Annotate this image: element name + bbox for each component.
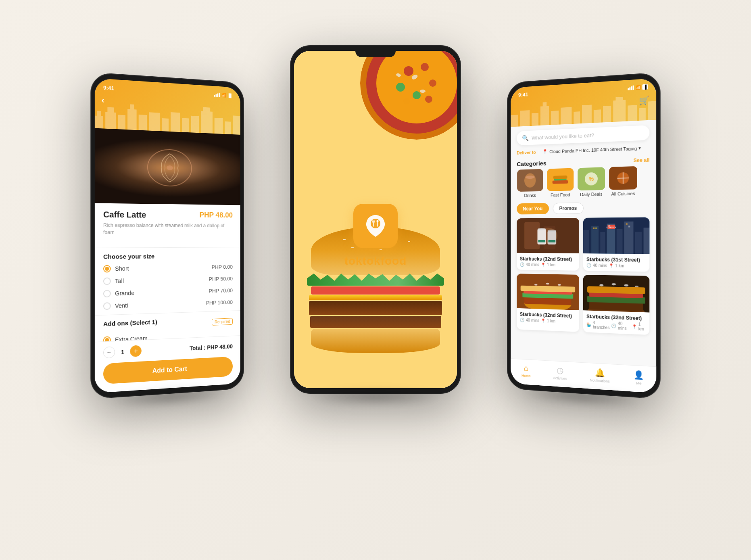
- restaurant-image-2: LOUIS CK: [583, 217, 649, 254]
- restaurant-bg-3: [517, 274, 579, 310]
- category-all-cuisines[interactable]: All Cuisines: [609, 166, 638, 196]
- logo-container: toktokfood: [344, 204, 407, 267]
- restaurant-bg-4: [583, 275, 649, 312]
- search-icon: 🔍: [522, 135, 528, 141]
- size-name-tall: Tall: [115, 278, 124, 284]
- location-icon-1: 📍: [541, 263, 545, 267]
- product-image: [95, 128, 240, 205]
- right-time: 9:41: [518, 91, 528, 98]
- svg-rect-7: [139, 115, 147, 130]
- svg-point-30: [396, 73, 401, 77]
- size-option-venti[interactable]: Venti PHP 100.00: [103, 299, 233, 310]
- svg-rect-17: [233, 115, 240, 135]
- svg-rect-14: [203, 107, 210, 113]
- nav-activities[interactable]: ◷ Activities: [553, 365, 567, 381]
- left-header-bg: 9:41 📶 ▐▌ ‹: [95, 78, 240, 135]
- notifications-icon: 🔔: [595, 368, 605, 378]
- svg-rect-15: [215, 118, 223, 134]
- drinks-icon: [517, 169, 543, 192]
- tomato-layer: [311, 286, 440, 295]
- quantity-decrease-button[interactable]: −: [103, 346, 115, 358]
- size-option-tall[interactable]: Tall PHP 50.00: [103, 275, 233, 285]
- category-daily-deals[interactable]: % Daily Deals: [577, 167, 605, 197]
- restaurant-name-2: Starbucks (31st Street): [586, 257, 646, 263]
- cart-icon[interactable]: 🛒: [639, 95, 649, 106]
- left-status-bar: 9:41 📶 ▐▌: [95, 81, 240, 101]
- delivery-address: 📍 Cloud Panda PH Inc. 10F 40th Street Ta…: [542, 145, 641, 154]
- product-description: Rich espresso balance with steamed milk …: [103, 222, 233, 236]
- fastfood-label: Fast Food: [551, 192, 570, 198]
- restaurant-card-3[interactable]: Starbucks (32nd Street) 🕐 40 mins 📍 1 km: [517, 274, 579, 332]
- signal-bars: [214, 92, 220, 97]
- product-info: Caffe Latte PHP 48.00 Rich espresso bala…: [95, 203, 240, 242]
- svg-rect-6: [130, 104, 134, 110]
- nav-me[interactable]: 👤 Me: [634, 370, 644, 385]
- svg-rect-41: [543, 102, 547, 107]
- filter-promos[interactable]: Promos: [553, 203, 584, 214]
- radio-grande[interactable]: [103, 290, 111, 297]
- nav-home[interactable]: ⌂ Home: [522, 364, 531, 378]
- size-price-tall: PHP 50.00: [209, 276, 233, 282]
- divider-2: [95, 310, 240, 316]
- restaurant-time-4: 40 mins: [618, 321, 630, 331]
- right-wifi-icon: 📶: [636, 85, 640, 90]
- back-button[interactable]: ‹: [102, 95, 104, 105]
- svg-rect-85: [635, 232, 642, 254]
- category-fastfood[interactable]: Fast Food: [547, 168, 574, 198]
- patty-layer: [309, 301, 442, 315]
- svg-point-36: [376, 220, 378, 222]
- size-name-grande: Grande: [115, 290, 134, 297]
- radio-short[interactable]: [103, 265, 111, 272]
- size-name-short: Short: [115, 265, 129, 272]
- home-icon: ⌂: [524, 364, 528, 373]
- pizza-crust: [360, 51, 457, 140]
- drinks-label: Drinks: [524, 193, 536, 198]
- svg-rect-1: [97, 111, 101, 116]
- size-price-venti: PHP 100.00: [206, 299, 233, 306]
- coffee-background: [95, 128, 240, 205]
- restaurant-meta-1: 🕐 40 mins 📍 1 km: [520, 262, 576, 267]
- svg-rect-11: [182, 118, 190, 133]
- size-left-short: Short: [103, 265, 129, 272]
- svg-rect-92: [626, 223, 628, 225]
- cuisines-image: [609, 166, 637, 190]
- restaurant-image-1: [517, 218, 579, 253]
- svg-rect-44: [574, 111, 580, 124]
- filter-near-you[interactable]: Near You: [517, 203, 549, 214]
- radio-tall[interactable]: [103, 277, 111, 285]
- restaurant-card-1[interactable]: Starbucks (32nd Street) 🕐 40 mins 📍 1 km: [517, 218, 579, 271]
- restaurant-image-3: [517, 274, 579, 310]
- svg-rect-40: [540, 106, 549, 125]
- svg-rect-76: [538, 240, 545, 242]
- restaurant-card-4[interactable]: Starbucks (32nd Street) 🏪 4 branches 🕐 4…: [583, 275, 649, 335]
- see-all-button[interactable]: See all: [634, 157, 650, 163]
- clock-icon-3: 🕐: [520, 318, 524, 322]
- restaurant-card-2[interactable]: LOUIS CK Starbucks (31st Street): [583, 217, 649, 272]
- add-to-cart-button[interactable]: Add to Cart: [103, 357, 233, 384]
- nav-notifications[interactable]: 🔔 Notifications: [590, 367, 609, 383]
- filter-row: Near You Promos: [511, 200, 656, 218]
- svg-rect-39: [532, 113, 538, 126]
- svg-rect-47: [603, 106, 611, 123]
- search-bar[interactable]: 🔍 What would you like to eat?: [517, 125, 649, 145]
- restaurants-grid: Starbucks (32nd Street) 🕐 40 mins 📍 1 km: [511, 217, 656, 335]
- restaurant-distance-3: 1 km: [547, 319, 555, 324]
- restaurant-time-3: 40 mins: [526, 318, 539, 323]
- svg-rect-9: [162, 118, 169, 132]
- center-notch: [355, 46, 396, 57]
- category-drinks[interactable]: Drinks: [517, 169, 543, 198]
- svg-rect-12: [191, 116, 199, 133]
- bar3: [217, 93, 218, 97]
- cart-section: − 1 + Total : PHP 48.00 Add to Cart: [95, 335, 240, 393]
- quantity-increase-button[interactable]: +: [130, 345, 142, 357]
- notifications-label: Notifications: [590, 378, 609, 383]
- radio-venti[interactable]: [103, 302, 111, 310]
- dropdown-arrow-icon[interactable]: ▾: [638, 145, 641, 151]
- size-option-grande[interactable]: Grande PHP 70.00: [103, 287, 233, 297]
- svg-point-25: [413, 91, 421, 99]
- battery-icon: ▐▌: [227, 93, 233, 98]
- app-name: toktokfood: [344, 255, 407, 267]
- svg-rect-60: [553, 176, 567, 179]
- product-name: Caffe Latte: [103, 210, 146, 219]
- size-option-short[interactable]: Short PHP 0.00: [103, 263, 233, 273]
